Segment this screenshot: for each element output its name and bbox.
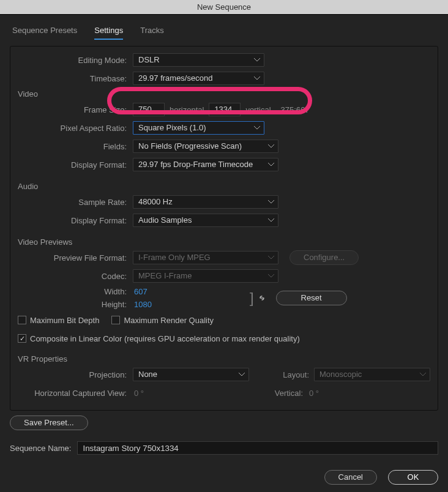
chevron-down-icon: [268, 163, 274, 166]
vcaptured-value: 0 °: [309, 389, 425, 398]
chevron-down-icon: [254, 76, 260, 80]
frame-size-label: Frame Size:: [18, 105, 133, 114]
sequence-name-label: Sequence Name:: [10, 444, 71, 453]
composite-linear-label: Composite in Linear Color (requires GPU …: [30, 334, 300, 343]
aspect-ratio-value: 375:667: [281, 105, 310, 114]
save-preset-button[interactable]: Save Preset...: [10, 416, 88, 430]
timebase-value: 29.97 frames/second: [138, 73, 212, 83]
chevron-down-icon: [420, 373, 426, 376]
sequence-name-input[interactable]: [77, 441, 438, 455]
sample-rate-select[interactable]: 48000 Hz: [133, 195, 278, 209]
cancel-button[interactable]: Cancel: [324, 470, 377, 485]
preview-height-value[interactable]: 1080: [134, 300, 152, 309]
preview-fileformat-select: I-Frame Only MPEG: [133, 251, 278, 264]
editing-mode-label: Editing Mode:: [18, 56, 133, 65]
hcaptured-value: 0 °: [134, 389, 144, 398]
dialog-body: Sequence Presets Settings Tracks Editing…: [0, 15, 448, 492]
projection-value: None: [138, 370, 157, 379]
checkbox-box: [18, 334, 26, 343]
codec-label: Codec:: [18, 272, 133, 281]
video-dispfmt-select[interactable]: 29.97 fps Drop-Frame Timecode: [133, 158, 278, 171]
video-section-title: Video: [18, 89, 430, 99]
preview-width-value[interactable]: 607: [134, 287, 147, 296]
checkbox-box: [18, 316, 26, 324]
max-render-quality-checkbox[interactable]: Maximum Render Quality: [111, 316, 214, 325]
chevron-down-icon: [268, 218, 274, 222]
video-dispfmt-label: Display Format:: [18, 160, 133, 170]
preview-width-label: Width:: [18, 287, 133, 296]
timebase-select[interactable]: 29.97 frames/second: [133, 72, 264, 85]
configure-button: Configure...: [289, 250, 359, 265]
dialog-title: New Sequence: [0, 0, 448, 15]
panel-general: Editing Mode: DSLR Timebase: 29.97 frame…: [10, 46, 438, 411]
ok-button[interactable]: OK: [388, 470, 438, 485]
layout-select: Monoscopic: [314, 368, 430, 381]
link-icon[interactable]: [256, 293, 267, 304]
bracket-icon: ]: [244, 291, 256, 305]
layout-value: Monoscopic: [319, 370, 362, 379]
chevron-down-icon: [254, 58, 260, 62]
preview-fileformat-value: I-Frame Only MPEG: [138, 253, 211, 262]
audio-dispfmt-select[interactable]: Audio Samples: [133, 214, 278, 227]
projection-label: Projection:: [18, 370, 133, 379]
horizontal-label: horizontal: [170, 105, 204, 114]
codec-value: MPEG I-Frame: [138, 271, 192, 280]
par-value: Square Pixels (1.0): [138, 123, 206, 132]
preview-height-label: Height:: [18, 300, 133, 309]
reset-button[interactable]: Reset: [276, 291, 347, 305]
vcaptured-label: Vertical:: [266, 389, 303, 398]
composite-linear-checkbox[interactable]: Composite in Linear Color (requires GPU …: [18, 334, 300, 343]
previews-section-title: Video Previews: [18, 237, 430, 247]
chevron-down-icon: [268, 200, 274, 204]
editing-mode-select[interactable]: DSLR: [133, 53, 264, 67]
video-dispfmt-value: 29.97 fps Drop-Frame Timecode: [138, 160, 253, 169]
sample-rate-value: 48000 Hz: [138, 197, 173, 206]
preview-fileformat-label: Preview File Format:: [18, 253, 133, 263]
vertical-label: vertical: [245, 105, 271, 114]
hcaptured-label: Horizontal Captured View:: [18, 389, 133, 398]
par-label: Pixel Aspect Ratio:: [18, 124, 133, 133]
tab-tracks[interactable]: Tracks: [140, 23, 164, 40]
max-bit-depth-checkbox[interactable]: Maximum Bit Depth: [18, 316, 99, 325]
tab-settings[interactable]: Settings: [94, 23, 123, 40]
max-bit-depth-label: Maximum Bit Depth: [30, 316, 99, 325]
audio-section-title: Audio: [18, 182, 430, 191]
frame-width-input[interactable]: 750: [133, 103, 165, 116]
checkbox-box: [111, 316, 120, 324]
audio-dispfmt-label: Display Format:: [18, 216, 133, 225]
frame-height-input[interactable]: 1334: [209, 103, 241, 116]
codec-select: MPEG I-Frame: [133, 269, 278, 283]
max-render-quality-label: Maximum Render Quality: [124, 316, 214, 325]
editing-mode-value: DSLR: [138, 55, 160, 64]
timebase-label: Timebase:: [18, 74, 133, 83]
tab-sequence-presets[interactable]: Sequence Presets: [12, 23, 77, 40]
layout-label: Layout:: [272, 370, 309, 379]
chevron-down-icon: [239, 373, 245, 376]
chevron-down-icon: [268, 274, 274, 278]
projection-select[interactable]: None: [133, 368, 249, 381]
chevron-down-icon: [254, 126, 260, 130]
chevron-down-icon: [268, 256, 274, 259]
fields-label: Fields:: [18, 142, 133, 151]
audio-dispfmt-value: Audio Samples: [138, 215, 192, 225]
tab-bar: Sequence Presets Settings Tracks: [10, 23, 438, 40]
fields-select[interactable]: No Fields (Progressive Scan): [133, 140, 278, 153]
par-select[interactable]: Square Pixels (1.0): [133, 121, 264, 135]
chevron-down-icon: [268, 144, 274, 148]
vr-section-title: VR Properties: [18, 354, 430, 363]
sample-rate-label: Sample Rate:: [18, 198, 133, 207]
fields-value: No Fields (Progressive Scan): [138, 141, 242, 151]
